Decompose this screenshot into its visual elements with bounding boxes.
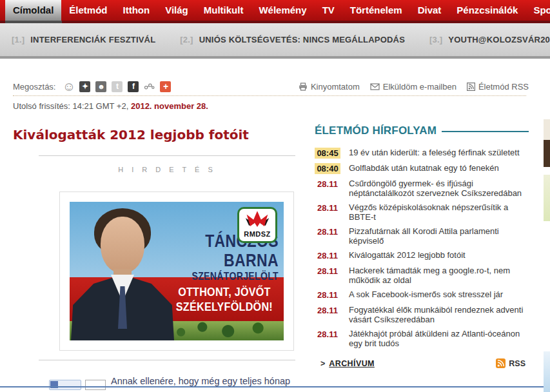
people-share-icon[interactable]: ☻ bbox=[95, 81, 106, 92]
ticker-number: [2.] bbox=[180, 35, 193, 44]
clipped-thumbnail bbox=[544, 140, 550, 167]
sidebar-header: ÉLETMÓD HÍRFOLYAM bbox=[315, 124, 529, 137]
item-headline[interactable]: A sok Facebook-ismerős sok stresszel jár bbox=[349, 289, 503, 300]
nav-item-penzcsinalok[interactable]: Pénzcsinálók bbox=[449, 0, 525, 21]
rmdsz-logo: RMDSZ bbox=[237, 207, 277, 243]
newsfeed-list: 08:4519 év után kiderült: a feleség férf… bbox=[315, 148, 529, 348]
network-share-icon[interactable] bbox=[144, 81, 155, 92]
ticker-item-3[interactable]: [3.]YOUTH@KOLOZSVÁR20 bbox=[429, 35, 550, 44]
nav-item-itthon[interactable]: Itthon bbox=[115, 0, 158, 21]
share-row: Megosztás: ☺ ✦ ☻ t f + Kinyomtatom Elkül… bbox=[13, 79, 529, 93]
print-label: Kinyomtatom bbox=[311, 82, 360, 92]
archive-link[interactable]: >ARCHÍVUM bbox=[320, 359, 375, 368]
rss-label: RSS bbox=[509, 359, 525, 368]
ticker-label: YOUTH@KOLOZSVÁR20 bbox=[448, 35, 550, 44]
nav-item-divat[interactable]: Divat bbox=[410, 0, 449, 21]
nav-item-cimoldal[interactable]: Címoldal bbox=[5, 0, 61, 21]
window-bottom-edge bbox=[0, 386, 550, 387]
ticker-label: UNIÓS KÖLTSÉGVETÉS: NINCS MEGÁLLAPODÁS bbox=[199, 35, 405, 44]
nav-item-eletmod[interactable]: Életmód bbox=[61, 0, 115, 21]
ticker-item-2[interactable]: [2.]UNIÓS KÖLTSÉGVETÉS: NINCS MEGÁLLAPOD… bbox=[180, 35, 405, 44]
section-rss-label: Életmód RSS bbox=[478, 82, 529, 92]
list-item: 28.11Hackerek támadták meg a google.ro-t… bbox=[315, 266, 529, 285]
nav-item-sport[interactable]: Sport bbox=[525, 0, 550, 21]
item-headline[interactable]: Fogyatékkal élők munkáiból rendeznek adv… bbox=[349, 305, 529, 324]
nav-item-vilag[interactable]: Világ bbox=[157, 0, 196, 21]
list-item: 28.11Pizzafutárnak áll Korodi Attila par… bbox=[315, 226, 529, 246]
sidebar-newsfeed: ÉLETMÓD HÍRFOLYAM 08:4519 év után kiderü… bbox=[315, 124, 529, 353]
list-item: 28.11Játékhajót próbál átküldeni az Atla… bbox=[315, 329, 529, 348]
facebook-share-icon[interactable]: f bbox=[128, 81, 139, 92]
nav-item-tortenelem[interactable]: Történelem bbox=[342, 0, 410, 21]
updated-date: 2012. november 28. bbox=[131, 101, 208, 111]
divider bbox=[39, 155, 295, 156]
clipped-right-column bbox=[544, 119, 550, 392]
share-count-box bbox=[85, 380, 106, 390]
item-headline[interactable]: Kiválogatták 2012 legjobb fotóit bbox=[349, 250, 466, 261]
email-label: Elküldöm e-mailben bbox=[383, 82, 457, 92]
item-date-badge: 28.11 bbox=[315, 305, 340, 324]
sidebar-footer: >ARCHÍVUM RSS bbox=[320, 358, 525, 368]
slogan-line-2: SZÉKELYFÖLDÖN! bbox=[166, 299, 282, 314]
article-intro-text: Annak ellenére, hogy még egy teljes hóna… bbox=[111, 376, 382, 386]
ticker-item-1[interactable]: [1.]INTERFERENCIÁK FESZTIVÁL bbox=[12, 35, 155, 44]
ad-slogan: OTTHONT, JÖVŐT SZÉKELYFÖLDÖN! bbox=[166, 284, 282, 314]
envelope-icon bbox=[370, 83, 380, 90]
ad-label: H I R D E T É S bbox=[39, 166, 295, 173]
item-headline[interactable]: Játékhajót próbál átküldeni az Atlanti-ó… bbox=[349, 329, 529, 348]
clipped-thumbnail bbox=[544, 175, 550, 221]
last-updated: Utolsó frissítés: 14:21 GMT +2, 2012. no… bbox=[13, 101, 208, 111]
email-link[interactable]: Elküldöm e-mailben bbox=[370, 82, 457, 92]
rss-box-icon bbox=[467, 83, 475, 91]
archive-label: ARCHÍVUM bbox=[329, 359, 375, 368]
list-item: 08:4519 év után kiderült: a feleség férf… bbox=[315, 148, 529, 159]
ticker-number: [1.] bbox=[12, 35, 25, 44]
clipped-thumbnail bbox=[544, 351, 550, 392]
photo-face bbox=[101, 217, 144, 273]
tulip-icon bbox=[244, 211, 270, 229]
item-headline[interactable]: 19 év után kiderült: a feleség férfinak … bbox=[349, 148, 520, 159]
nav-item-welemeny[interactable]: Wélemény bbox=[251, 0, 314, 21]
item-date-badge: 28.11 bbox=[315, 266, 340, 285]
dotted-divider bbox=[13, 95, 526, 96]
ad-frame: TÁNCZOS BARNA SZENÁTORJELÖLT OTTHONT, JÖ… bbox=[59, 191, 294, 351]
smiley-share-icon[interactable]: ☺ bbox=[63, 81, 74, 92]
sidebar-title: ÉLETMÓD HÍRFOLYAM bbox=[315, 124, 437, 137]
share-label: Megosztás: bbox=[13, 82, 55, 92]
list-item: 28.11Végzős középiskolásoknak népszerűsí… bbox=[315, 202, 529, 222]
ticker-label: INTERFERENCIÁK FESZTIVÁL bbox=[30, 35, 155, 44]
list-item: 28.11Kiválogatták 2012 legjobb fotóit bbox=[315, 250, 529, 261]
sidebar-title-rule bbox=[442, 131, 529, 132]
item-date-badge: 28.11 bbox=[315, 250, 340, 261]
item-date-badge: 28.11 bbox=[315, 226, 340, 246]
list-item: 28.11Csűrdöngölő gyermek- és ifjúsági né… bbox=[315, 179, 529, 198]
candidate-role: SZENÁTORJELÖLT bbox=[157, 270, 279, 282]
ticker-number: [3.] bbox=[429, 35, 442, 44]
print-link[interactable]: Kinyomtatom bbox=[299, 82, 360, 92]
slogan-line-1: OTTHONT, JÖVŐT bbox=[166, 284, 282, 299]
rmdsz-campaign-ad[interactable]: TÁNCZOS BARNA SZENÁTORJELÖLT OTTHONT, JÖ… bbox=[70, 202, 284, 340]
item-headline[interactable]: Végzős középiskolásoknak népszerűsítik a… bbox=[349, 202, 529, 222]
startlap-share-icon[interactable]: ✦ bbox=[79, 81, 90, 92]
twitter-share-icon[interactable]: t bbox=[112, 81, 123, 92]
item-headline[interactable]: Hackerek támadták meg a google.ro-t, nem… bbox=[349, 266, 529, 285]
page-title: Kiválogatták 2012 legjobb fotóit bbox=[13, 127, 249, 142]
nav-item-tv[interactable]: TV bbox=[315, 0, 342, 21]
rss-icon bbox=[496, 358, 506, 368]
list-item: 28.11A sok Facebook-ismerős sok stressze… bbox=[315, 289, 529, 300]
item-date-badge: 28.11 bbox=[315, 329, 340, 348]
printer-icon bbox=[299, 83, 308, 91]
item-headline[interactable]: Pizzafutárnak áll Korodi Attila parlamen… bbox=[349, 226, 529, 246]
facebook-like-button[interactable] bbox=[49, 380, 81, 390]
item-headline[interactable]: Golflabdák után kutatnak egy tó fenekén bbox=[349, 163, 499, 174]
item-time-badge: 08:40 bbox=[315, 163, 340, 174]
headline-ticker: [1.]INTERFERENCIÁK FESZTIVÁL [2.]UNIÓS K… bbox=[0, 23, 550, 59]
list-item: 28.11Fogyatékkal élők munkáiból rendezne… bbox=[315, 305, 529, 324]
rmdsz-brand-label: RMDSZ bbox=[239, 230, 275, 238]
section-rss-link[interactable]: Életmód RSS bbox=[467, 82, 529, 92]
nav-item-multikult[interactable]: Multikult bbox=[196, 0, 251, 21]
item-headline[interactable]: Csűrdöngölő gyermek- és ifjúsági néptánc… bbox=[349, 179, 529, 198]
addthis-plus-icon[interactable]: + bbox=[160, 81, 171, 92]
feed-rss-link[interactable]: RSS bbox=[496, 358, 525, 368]
list-item: 08:40Golflabdák után kutatnak egy tó fen… bbox=[315, 163, 529, 174]
